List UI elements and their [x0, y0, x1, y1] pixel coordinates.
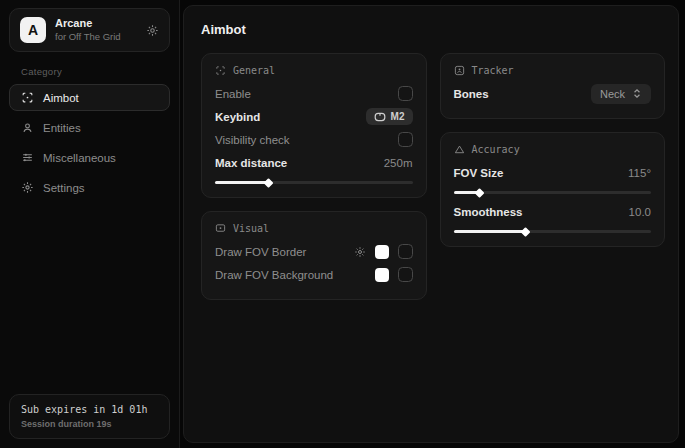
- panel-accuracy: Accuracy FOV Size 115° Smoothness 10.0: [440, 132, 666, 247]
- sidebar-item-label: Settings: [43, 182, 85, 194]
- keybind-label: Keybind: [215, 111, 260, 123]
- bones-label: Bones: [454, 88, 489, 100]
- panel-header-label: Tracker: [472, 65, 514, 76]
- row-visibility-check: Visibility check: [215, 128, 413, 151]
- settings-gear-icon: [21, 181, 34, 194]
- keybind-button[interactable]: M2: [366, 108, 413, 125]
- panel-tracker: Tracker Bones Neck: [440, 53, 666, 119]
- subscription-info: Sub expires in 1d 01h Session duration 1…: [9, 394, 170, 439]
- row-bones: Bones Neck: [454, 82, 652, 105]
- keybind-value: M2: [391, 111, 405, 122]
- sidebar-item-aimbot[interactable]: Aimbot: [9, 84, 170, 111]
- page-title: Aimbot: [201, 22, 665, 37]
- mouse-icon: [374, 112, 386, 122]
- sidebar-nav: Aimbot Entities: [9, 84, 170, 201]
- crosshair-icon: [21, 91, 34, 104]
- sidebar: A Arcane for Off The Grid Category: [0, 0, 180, 448]
- brand-card: A Arcane for Off The Grid: [9, 8, 170, 52]
- gear-icon[interactable]: [146, 24, 159, 37]
- triangle-icon: [454, 144, 465, 155]
- person-target-icon: [454, 65, 465, 76]
- app-logo: A: [20, 17, 46, 43]
- sidebar-item-label: Miscellaneous: [43, 152, 116, 164]
- fov-size-value: 115°: [628, 167, 651, 179]
- draw-fov-border-checkbox[interactable]: [398, 244, 413, 259]
- smoothness-value: 10.0: [629, 206, 651, 218]
- eye-icon: [215, 223, 226, 234]
- panel-header-label: General: [233, 65, 275, 76]
- draw-fov-border-label: Draw FOV Border: [215, 246, 306, 258]
- app-window: A Arcane for Off The Grid Category: [0, 0, 685, 448]
- smoothness-slider[interactable]: [454, 230, 652, 233]
- sidebar-item-label: Aimbot: [43, 92, 79, 104]
- category-label: Category: [21, 66, 179, 77]
- max-distance-value: 250m: [384, 157, 413, 169]
- gear-icon[interactable]: [354, 246, 366, 258]
- fov-size-slider[interactable]: [454, 191, 652, 194]
- main-content: Aimbot General: [183, 5, 679, 443]
- row-max-distance: Max distance 250m: [215, 151, 413, 174]
- sidebar-item-entities[interactable]: Entities: [9, 114, 170, 141]
- smoothness-label: Smoothness: [454, 206, 523, 218]
- row-draw-fov-border: Draw FOV Border: [215, 240, 413, 263]
- fov-size-slider-fill: [454, 191, 480, 194]
- panel-header-label: Visual: [233, 223, 269, 234]
- visibility-check-checkbox[interactable]: [398, 132, 413, 147]
- panel-general: General Enable Keybind: [201, 53, 427, 198]
- visibility-check-label: Visibility check: [215, 134, 290, 146]
- panel-visual: Visual Draw FOV Border: [201, 211, 427, 300]
- fov-size-label: FOV Size: [454, 167, 504, 179]
- max-distance-label: Max distance: [215, 157, 287, 169]
- draw-fov-background-checkbox[interactable]: [398, 267, 413, 282]
- sidebar-item-miscellaneous[interactable]: Miscellaneous: [9, 144, 170, 171]
- fov-border-color-swatch[interactable]: [375, 245, 389, 259]
- row-keybind: Keybind M2: [215, 105, 413, 128]
- entities-icon: [21, 121, 34, 134]
- bones-selected-value: Neck: [600, 88, 625, 100]
- sidebar-item-settings[interactable]: Settings: [9, 174, 170, 201]
- panel-header-label: Accuracy: [472, 144, 520, 155]
- row-enable: Enable: [215, 82, 413, 105]
- app-subtitle: for Off The Grid: [55, 31, 137, 43]
- sub-expiry-text: Sub expires in 1d 01h: [21, 404, 158, 415]
- enable-checkbox[interactable]: [398, 86, 413, 101]
- row-smoothness: Smoothness 10.0: [454, 200, 652, 223]
- chevron-updown-icon: [632, 88, 642, 99]
- session-duration-text: Session duration 19s: [21, 419, 158, 429]
- row-fov-size: FOV Size 115°: [454, 161, 652, 184]
- smoothness-slider-fill: [454, 230, 525, 233]
- row-draw-fov-background: Draw FOV Background: [215, 263, 413, 286]
- bones-select[interactable]: Neck: [591, 84, 651, 104]
- draw-fov-background-label: Draw FOV Background: [215, 269, 333, 281]
- sliders-icon: [21, 151, 34, 164]
- max-distance-slider-fill: [215, 181, 268, 184]
- fov-background-color-swatch[interactable]: [375, 268, 389, 282]
- crosshair-icon: [215, 65, 226, 76]
- max-distance-slider[interactable]: [215, 181, 413, 184]
- app-title: Arcane: [55, 17, 137, 31]
- sidebar-item-label: Entities: [43, 122, 81, 134]
- enable-label: Enable: [215, 88, 251, 100]
